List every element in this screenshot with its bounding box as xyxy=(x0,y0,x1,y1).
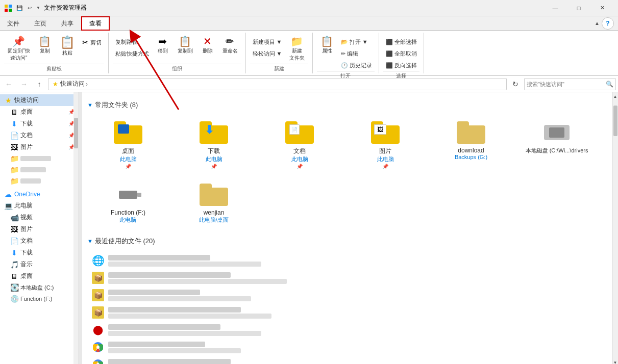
forward-btn[interactable]: → xyxy=(17,77,31,91)
sidebar-item-documents[interactable]: 📄 文档 📌 xyxy=(0,129,79,141)
sidebar-scrollbar[interactable] xyxy=(73,92,79,364)
sidebar-item-desktop[interactable]: 🖥 桌面 📌 xyxy=(0,106,79,118)
copy-path-btn[interactable]: 复制路径 xyxy=(113,37,152,47)
qa-dropdown-arrow[interactable]: ▼ xyxy=(35,5,42,11)
open-btn[interactable]: 📂 打开 ▼ xyxy=(338,37,375,47)
refresh-btn[interactable]: ↻ xyxy=(509,77,522,91)
delete-btn[interactable]: ✕ 删除 xyxy=(197,35,218,56)
recent-name-6 xyxy=(108,342,205,347)
recent-name-5 xyxy=(108,324,220,330)
address-path[interactable]: ★ 快速访问 › xyxy=(48,78,507,90)
folder-functionf[interactable]: Function (F:) 此电脑 xyxy=(87,178,169,228)
sidebar-item-video[interactable]: 📹 视频 xyxy=(0,212,79,223)
new-folder-btn[interactable]: 📁 新建文件夹 xyxy=(286,35,308,63)
sidebar-item-quickaccess[interactable]: ★ 快速访问 xyxy=(0,94,79,106)
recent-item-7[interactable] xyxy=(87,356,604,364)
sidebar-item-documents2[interactable]: 📄 文档 xyxy=(0,235,79,247)
sidebar-item-downloads2[interactable]: ⬇ 下载 xyxy=(0,247,79,258)
copy-to-btn[interactable]: 📋 复制到 xyxy=(174,35,196,56)
sidebar-item-onedrive[interactable]: ☁ OneDrive xyxy=(0,189,79,200)
recent-item-2[interactable]: 📦 xyxy=(87,269,604,287)
recent-item-5[interactable]: ⬤ xyxy=(87,321,604,339)
recent-icon-7 xyxy=(92,358,104,364)
sidebar-item-music[interactable]: 🎵 音乐 xyxy=(0,258,79,270)
recent-item-3[interactable]: 📦 xyxy=(87,287,604,304)
up-btn[interactable]: ↑ xyxy=(33,77,46,91)
minimize-btn[interactable]: — xyxy=(543,0,567,16)
sidebar-item-folder1[interactable]: 📁 xyxy=(0,153,79,164)
ribbon-collapse-btn[interactable]: ▲ xyxy=(595,20,600,26)
easy-access-btn[interactable]: 轻松访问 ▼ xyxy=(250,48,285,59)
pictures2-icon: 🖼 xyxy=(10,225,18,233)
help-btn[interactable]: ? xyxy=(602,17,614,30)
new-item-label: 新建项目 ▼ xyxy=(253,38,282,46)
tab-file[interactable]: 文件 xyxy=(0,16,27,31)
qa-undo-btn[interactable]: ↩ xyxy=(24,4,35,13)
folder-pictures[interactable]: 🖼 图片 此电脑 📌 xyxy=(344,116,426,174)
sidebar-item-pictures2[interactable]: 🖼 图片 xyxy=(0,223,79,235)
select-none-btn[interactable]: ⬛ 全部取消 xyxy=(383,48,419,59)
search-input[interactable] xyxy=(527,81,606,87)
paste-shortcut-btn[interactable]: 粘贴快捷方式 xyxy=(113,48,152,59)
sidebar-item-thispc[interactable]: 💻 此电脑 xyxy=(0,200,79,212)
sidebar-item-folder3[interactable]: 📁 xyxy=(0,175,79,187)
sidebar-thispc-label: 此电脑 xyxy=(14,201,33,210)
move-to-btn[interactable]: ➡ 移到 xyxy=(153,35,173,56)
select-none-label: ⬛ 全部取消 xyxy=(386,50,417,58)
scroll-thumb[interactable] xyxy=(613,106,617,136)
sidebar-item-desktop2[interactable]: 🖥 桌面 xyxy=(0,270,79,282)
pin-quickaccess-btn[interactable]: 📌 固定到"快速访问" xyxy=(4,35,34,63)
folder-desktop[interactable]: 桌面 此电脑 📌 xyxy=(87,116,169,174)
section-arrow-recent[interactable]: ▼ xyxy=(87,238,93,244)
section-arrow-common[interactable]: ▼ xyxy=(87,102,93,108)
select-all-btn[interactable]: ⬛ 全部选择 xyxy=(383,37,419,47)
svg-rect-3 xyxy=(9,9,12,12)
recent-item-1[interactable]: 🌐 xyxy=(87,252,604,269)
sidebar-item-downloads[interactable]: ⬇ 下载 📌 xyxy=(0,118,79,129)
folder-pictures-sub: 此电脑 xyxy=(377,155,394,163)
folder-download2[interactable]: download Backups (G:) xyxy=(430,116,512,174)
search-box[interactable]: 🔍 xyxy=(524,78,616,90)
content-scrollbar[interactable]: ▲ ▼ xyxy=(612,92,618,364)
svg-rect-0 xyxy=(5,5,8,8)
scroll-up-arrow[interactable]: ▲ xyxy=(613,92,618,100)
dl2-tab xyxy=(457,121,469,127)
tab-view[interactable]: 查看 xyxy=(81,16,110,31)
paste-btn[interactable]: 📋 粘贴 xyxy=(56,35,79,58)
copy-btn[interactable]: 📋 复制 xyxy=(35,35,55,56)
sidebar-item-pictures[interactable]: 🖼 图片 📌 xyxy=(0,141,79,153)
scroll-track[interactable] xyxy=(613,100,618,358)
desktop-badge xyxy=(118,124,129,134)
recent-item-6[interactable] xyxy=(87,339,604,356)
documents-icon: 📄 xyxy=(10,132,18,140)
edit-btn[interactable]: ✏ 编辑 xyxy=(338,48,375,59)
folder-wenjian-sub: 此电脑\桌面 xyxy=(199,216,229,224)
recent-item-4[interactable]: 📦 xyxy=(87,304,604,321)
cut-btn[interactable]: ✂ 剪切 xyxy=(80,37,104,48)
history-btn[interactable]: 🕐 历史记录 xyxy=(338,60,375,71)
new-item-btn[interactable]: 新建项目 ▼ xyxy=(250,37,285,47)
close-btn[interactable]: ✕ xyxy=(590,0,614,16)
sidebar-scroll-thumb[interactable] xyxy=(74,118,78,148)
folder-documents[interactable]: 📄 文档 此电脑 📌 xyxy=(259,116,340,174)
recent-path-5 xyxy=(108,331,261,336)
sidebar-item-diskc[interactable]: 💽 本地磁盘 (C:) xyxy=(0,282,79,293)
rename-btn[interactable]: ✏ 重命名 xyxy=(219,35,241,56)
sidebar-item-diskf[interactable]: 💿 Function (F:) xyxy=(0,293,79,304)
folder-pictures-icon: 🖼 xyxy=(371,121,400,144)
folder-wenjian[interactable]: wenjian 此电脑\桌面 xyxy=(173,178,255,228)
folder-wenjian-info: wenjian 此电脑\桌面 xyxy=(199,209,229,224)
select-invert-btn[interactable]: ⬛ 反向选择 xyxy=(383,60,419,71)
tab-home[interactable]: 主页 xyxy=(27,16,54,31)
scroll-down-arrow[interactable]: ▼ xyxy=(613,358,618,364)
sidebar-onedrive-label: OneDrive xyxy=(14,191,40,198)
ribbon-group-open: 📋 属性 📂 打开 ▼ ✏ 编辑 🕐 历史记录 xyxy=(313,33,379,73)
tab-share[interactable]: 共享 xyxy=(54,16,81,31)
back-btn[interactable]: ← xyxy=(2,77,15,91)
sidebar-item-folder2[interactable]: 📁 xyxy=(0,164,79,175)
folder-downloads[interactable]: ⬇ 下载 此电脑 📌 xyxy=(173,116,255,174)
folder-drivers[interactable]: 本地磁盘 (C:\Wi...\drivers xyxy=(516,116,598,174)
properties-btn[interactable]: 📋 属性 xyxy=(317,35,337,56)
maximize-btn[interactable]: □ xyxy=(567,0,590,16)
qa-save-btn[interactable]: 💾 xyxy=(14,4,24,13)
